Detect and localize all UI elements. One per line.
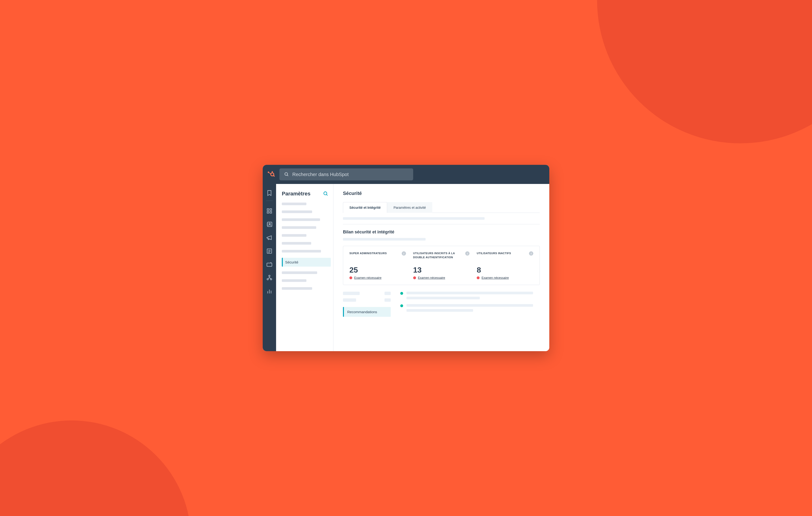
app-body: Paramètres Sécurité [263, 184, 549, 351]
status-link: Examen nécessaire [418, 276, 445, 280]
svg-point-14 [269, 223, 270, 225]
sidebar-title: Paramètres [282, 191, 311, 197]
sidebar-skeleton [282, 250, 321, 253]
list-item [400, 304, 540, 312]
stat-value: 13 [413, 266, 470, 275]
stat-super-admins: SUPER ADMINISTRATEURS i 25 Examen nécess… [349, 251, 406, 280]
svg-point-32 [324, 192, 327, 195]
info-icon[interactable]: i [529, 251, 533, 256]
search-icon [284, 172, 289, 177]
bottom-section: Recommandations [343, 292, 540, 317]
tab-settings-activity[interactable]: Paramètres et activité [387, 202, 432, 213]
sidebar-skeleton [282, 210, 312, 213]
svg-rect-22 [267, 263, 272, 266]
app-window: Rechercher dans HubSpot [263, 165, 549, 351]
sidebar-skeleton [282, 203, 307, 205]
skeleton [406, 292, 533, 294]
content-icon[interactable] [266, 248, 273, 254]
stat-status[interactable]: Examen nécessaire [477, 276, 533, 280]
skeleton [384, 298, 391, 302]
apps-grid-icon[interactable] [266, 208, 273, 214]
stat-value: 8 [477, 266, 533, 275]
skeleton [384, 292, 391, 295]
nav-rail [263, 184, 276, 351]
divider [343, 224, 540, 224]
stat-2fa-users: UTILISATEURS INSCRITS À LA DOUBLE AUTHEN… [413, 251, 470, 280]
skeleton [406, 297, 480, 299]
top-bar: Rechercher dans HubSpot [263, 165, 549, 184]
sidebar-skeleton [282, 279, 307, 282]
content-skeleton [343, 238, 426, 240]
hubspot-logo-icon[interactable] [267, 171, 274, 178]
sidebar-item-label: Sécurité [285, 260, 298, 264]
svg-rect-9 [267, 209, 269, 210]
background-shape [597, 0, 812, 143]
main-panel: Sécurité Sécurité et Intégrité Paramètre… [334, 184, 549, 351]
subsection-title: Bilan sécurité et intégrité [343, 230, 540, 235]
tabs: Sécurité et Intégrité Paramètres et acti… [343, 202, 540, 213]
bottom-right-column [400, 292, 540, 317]
svg-line-27 [268, 278, 269, 279]
svg-rect-11 [267, 211, 269, 213]
tab-label: Sécurité et Intégrité [349, 206, 381, 209]
contacts-icon[interactable] [266, 221, 273, 228]
page-title: Sécurité [343, 191, 540, 196]
bullet-icon [400, 292, 403, 295]
bullet-icon [400, 304, 403, 307]
skeleton [406, 304, 533, 307]
automation-icon[interactable] [266, 275, 273, 281]
recommendations-label: Recommandations [347, 310, 377, 314]
background-shape [0, 421, 191, 516]
svg-rect-12 [270, 211, 271, 213]
settings-sidebar: Paramètres Sécurité [276, 184, 334, 351]
svg-point-23 [269, 275, 270, 277]
info-icon[interactable]: i [465, 251, 469, 256]
info-icon[interactable]: i [402, 251, 406, 256]
reporting-icon[interactable] [266, 288, 273, 294]
content-area: Paramètres Sécurité [276, 184, 549, 351]
sidebar-search-icon[interactable] [323, 191, 328, 196]
svg-line-33 [326, 195, 328, 196]
sidebar-skeleton [282, 226, 316, 229]
tab-label: Paramètres et activité [394, 206, 426, 209]
status-dot-icon [349, 277, 352, 279]
sidebar-item-security[interactable]: Sécurité [282, 258, 331, 266]
svg-rect-10 [270, 209, 271, 210]
sidebar-skeleton [282, 287, 312, 290]
stat-label: SUPER ADMINISTRATEURS [349, 251, 387, 255]
skeleton [343, 298, 356, 302]
bookmarks-icon[interactable] [266, 190, 273, 196]
global-search[interactable]: Rechercher dans HubSpot [280, 168, 413, 180]
stats-card: SUPER ADMINISTRATEURS i 25 Examen nécess… [343, 246, 540, 285]
commerce-icon[interactable] [266, 261, 273, 268]
status-link: Examen nécessaire [354, 276, 381, 280]
stat-label: UTILISATEURS INSCRITS À LA DOUBLE AUTHEN… [413, 251, 464, 259]
sidebar-header: Paramètres [282, 191, 331, 197]
marketing-icon[interactable] [266, 234, 273, 241]
svg-line-8 [287, 175, 288, 176]
recommendations-item[interactable]: Recommandations [343, 307, 391, 317]
content-skeleton [343, 217, 485, 220]
stat-status[interactable]: Examen nécessaire [349, 276, 406, 280]
sidebar-skeleton [282, 242, 311, 245]
status-link: Examen nécessaire [482, 276, 509, 280]
sidebar-skeleton [282, 271, 317, 274]
svg-point-7 [285, 173, 288, 176]
stat-inactive-users: UTILISATEURS INACTIFS i 8 Examen nécessa… [477, 251, 533, 280]
search-placeholder: Rechercher dans HubSpot [292, 172, 349, 177]
skeleton [343, 292, 360, 295]
svg-line-5 [273, 175, 274, 176]
svg-line-28 [269, 278, 271, 279]
skeleton [406, 309, 473, 312]
bottom-left-column: Recommandations [343, 292, 391, 317]
stat-label: UTILISATEURS INACTIFS [477, 251, 511, 255]
sidebar-skeleton [282, 234, 307, 237]
tab-security-integrity[interactable]: Sécurité et Intégrité [343, 202, 387, 213]
stat-status[interactable]: Examen nécessaire [413, 276, 470, 280]
sidebar-skeleton [282, 218, 320, 221]
status-dot-icon [413, 277, 416, 279]
list-item [400, 292, 540, 299]
nav-divider [266, 201, 273, 201]
status-dot-icon [477, 277, 480, 279]
stat-value: 25 [349, 266, 406, 275]
